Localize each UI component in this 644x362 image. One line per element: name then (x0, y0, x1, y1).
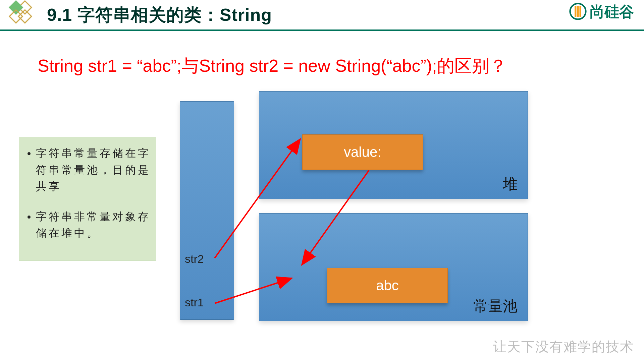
pool-abc-box: abc (327, 268, 448, 303)
svg-rect-1 (9, 1, 22, 14)
pool-label: 常量池 (473, 296, 518, 316)
note-item-1: 字符串常量存储在字符串常量池，目的是共享 (36, 145, 151, 195)
heap-label: 堆 (503, 174, 518, 194)
note-item-2: 字符串非常量对象存储在堆中。 (36, 208, 151, 242)
stack-var-str2: str2 (185, 252, 204, 265)
stack-panel: str2 str1 (180, 101, 234, 320)
heap-panel: value: 堆 (259, 91, 528, 199)
svg-rect-2 (18, 10, 32, 23)
brand: 尚硅谷 (569, 2, 634, 22)
question-text: String str1 = “abc”;与String str2 = new S… (38, 54, 507, 78)
slide-header: 9.1 字符串相关的类：String 尚硅谷 (0, 0, 644, 31)
brand-logo-icon (569, 2, 587, 22)
notes-panel: 字符串常量存储在字符串常量池，目的是共享 字符串非常量对象存储在堆中。 (19, 137, 156, 261)
logo-diamonds-icon (6, 0, 35, 29)
stack-var-str1: str1 (185, 296, 204, 309)
constant-pool-panel: abc 常量池 (259, 213, 528, 321)
footer-slogan: 让天下没有难学的技术 (493, 338, 634, 356)
brand-text: 尚硅谷 (590, 2, 634, 22)
heap-value-box: value: (302, 134, 423, 170)
slide-title: 9.1 字符串相关的类：String (47, 3, 272, 27)
